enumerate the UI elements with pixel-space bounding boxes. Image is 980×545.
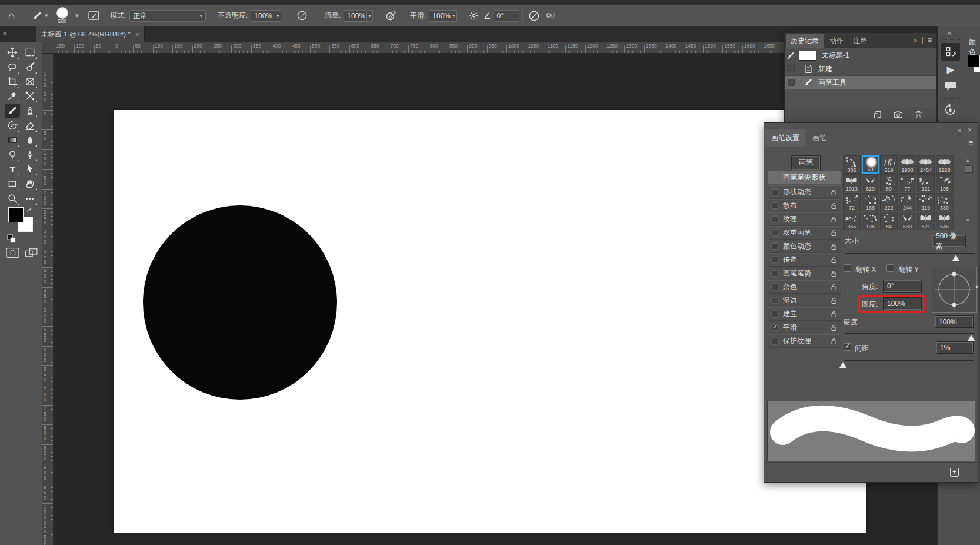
tool-pen[interactable]	[22, 148, 38, 162]
tool-crop[interactable]	[5, 75, 20, 89]
brush-tip-72[interactable]: 72	[843, 193, 861, 211]
screen-mode-button[interactable]	[25, 247, 38, 258]
new-snapshot-button[interactable]	[894, 111, 903, 118]
tool-move[interactable]	[5, 45, 20, 59]
airbrush-button[interactable]	[385, 5, 396, 26]
brush-tip-shape-item[interactable]: 画笔笔尖形状	[768, 171, 841, 184]
brush-angle-input[interactable]: 0°	[494, 10, 519, 22]
brush-tip-50[interactable]: 50	[862, 155, 879, 174]
tab-brushes[interactable]: 画笔	[806, 129, 832, 147]
size-slider[interactable]	[845, 253, 975, 254]
brush-option-row[interactable]: 颜色动态	[768, 240, 841, 253]
flow-input[interactable]: 100%	[344, 10, 367, 22]
opacity-pressure-button[interactable]	[296, 5, 308, 26]
opacity-dropdown[interactable]: ▾	[275, 10, 281, 22]
flip-x-checkbox[interactable]	[844, 264, 851, 272]
brush-tip-77[interactable]: 77	[899, 174, 916, 192]
tool-frame[interactable]	[22, 75, 38, 89]
brush-option-row[interactable]: 双重画笔	[768, 226, 841, 240]
option-checkbox[interactable]	[772, 324, 779, 331]
foreground-color-swatch[interactable]	[8, 207, 24, 222]
brush-tip-330[interactable]: 330	[936, 193, 954, 211]
panel-menu-icons[interactable]: » | ≡	[913, 36, 933, 44]
history-item-3[interactable]: 画笔工具	[785, 76, 936, 89]
option-checkbox[interactable]	[772, 297, 779, 304]
option-checkbox[interactable]	[772, 243, 779, 250]
tool-hand[interactable]	[22, 177, 38, 191]
option-checkbox[interactable]	[772, 216, 779, 223]
history-panel-collapsed-icon[interactable]	[941, 43, 960, 61]
option-checkbox[interactable]	[772, 202, 779, 210]
brush-option-row[interactable]: 保护纹理	[768, 334, 841, 348]
flow-dropdown[interactable]: ▾	[367, 10, 373, 22]
spacing-input[interactable]: 1%	[936, 341, 974, 354]
spacing-checkbox[interactable]	[844, 343, 851, 351]
hardness-slider-thumb[interactable]	[968, 335, 975, 341]
default-colors-icon[interactable]	[7, 234, 16, 243]
smoothing-options-button[interactable]	[469, 5, 479, 26]
collapse-right-panels-icon[interactable]: «	[948, 29, 952, 37]
smoothing-input[interactable]: 100%	[429, 10, 451, 22]
color-panel-foreground-swatch[interactable]	[968, 55, 980, 67]
tool-historybrush[interactable]	[5, 118, 20, 132]
brush-tip-244[interactable]: 244	[899, 193, 916, 211]
brush-tip-1928[interactable]: 1928	[936, 155, 954, 174]
brush-tip-80[interactable]: 80	[880, 174, 898, 192]
brushes-button[interactable]: 画笔	[791, 155, 821, 170]
brush-tip-121[interactable]: 121	[917, 174, 935, 192]
collapse-left-panel-icon[interactable]: «	[3, 29, 7, 37]
option-checkbox[interactable]	[772, 311, 779, 318]
brush-tip-222[interactable]: 222	[880, 193, 898, 211]
brush-option-row[interactable]: 形状动态	[768, 185, 841, 199]
option-checkbox[interactable]	[772, 230, 779, 237]
brush-tip-2464[interactable]: 2464	[917, 155, 935, 174]
tool-lasso[interactable]	[5, 60, 20, 74]
smoothing-dropdown[interactable]: ▾	[451, 10, 457, 22]
home-button[interactable]: ⌂	[8, 5, 15, 26]
grid-scroll-up-icon[interactable]: ▴	[966, 157, 969, 163]
size-pressure-button[interactable]	[528, 5, 540, 26]
brush-tip-166[interactable]: 166	[862, 193, 879, 211]
notes-panel-collapsed-icon[interactable]	[944, 81, 957, 92]
brush-tip-620[interactable]: 620	[862, 174, 879, 192]
tool-ellipsis[interactable]: •••	[22, 191, 38, 205]
brush-tip-365[interactable]: 365	[843, 212, 861, 230]
tool-pathselect[interactable]	[22, 162, 38, 176]
tool-heal[interactable]	[22, 89, 38, 103]
brush-tip-306[interactable]: 306	[843, 155, 861, 174]
brush-tip-519[interactable]: 519	[880, 155, 898, 174]
tool-rectangle[interactable]	[5, 177, 20, 191]
delete-state-button[interactable]	[915, 111, 922, 119]
quick-mask-button[interactable]	[6, 247, 19, 258]
brush-option-row[interactable]: 平滑	[768, 321, 841, 334]
tool-marquee[interactable]	[22, 45, 38, 59]
brush-option-row[interactable]: 湿边	[768, 294, 841, 307]
brush-option-row[interactable]: 画笔笔势	[768, 267, 841, 280]
brush-tip-1013[interactable]: 1013	[843, 174, 861, 192]
option-checkbox[interactable]	[772, 284, 779, 291]
brush-option-row[interactable]: 建立	[768, 307, 841, 321]
brush-angle-roundness-control[interactable]	[932, 267, 977, 313]
brush-tip-119[interactable]: 119	[917, 193, 935, 211]
set-source-well[interactable]	[788, 79, 795, 86]
hardness-input[interactable]: 100%	[935, 315, 974, 328]
blend-mode-select[interactable]: 正常▾	[129, 10, 206, 22]
tool-clonestamp[interactable]	[22, 104, 38, 118]
roundness-arrow-icon[interactable]: ▸	[976, 283, 979, 290]
grid-scroll-down-icon[interactable]: ▾	[966, 217, 969, 223]
tool-blur[interactable]	[22, 133, 38, 147]
brush-option-row[interactable]: 传递	[768, 253, 841, 267]
flip-y-checkbox[interactable]	[886, 264, 894, 272]
new-document-from-state-button[interactable]	[874, 111, 882, 119]
panel-menu-icon[interactable]: ≡	[968, 138, 973, 147]
tab-actions[interactable]: 动作	[825, 34, 848, 48]
brush-option-row[interactable]: 杂色	[768, 280, 841, 294]
hardness-slider[interactable]	[845, 333, 975, 334]
tab-notes[interactable]: 注释	[848, 34, 872, 48]
spacing-slider-thumb[interactable]	[839, 362, 846, 368]
opacity-input[interactable]: 100%	[251, 10, 275, 22]
tool-eyedropper[interactable]	[5, 89, 20, 103]
vertical-ruler[interactable]: 1005005010015020025030035040045050055060…	[42, 54, 54, 545]
brush-picker-chevron[interactable]: ▾	[75, 5, 79, 26]
option-checkbox[interactable]	[772, 270, 779, 277]
